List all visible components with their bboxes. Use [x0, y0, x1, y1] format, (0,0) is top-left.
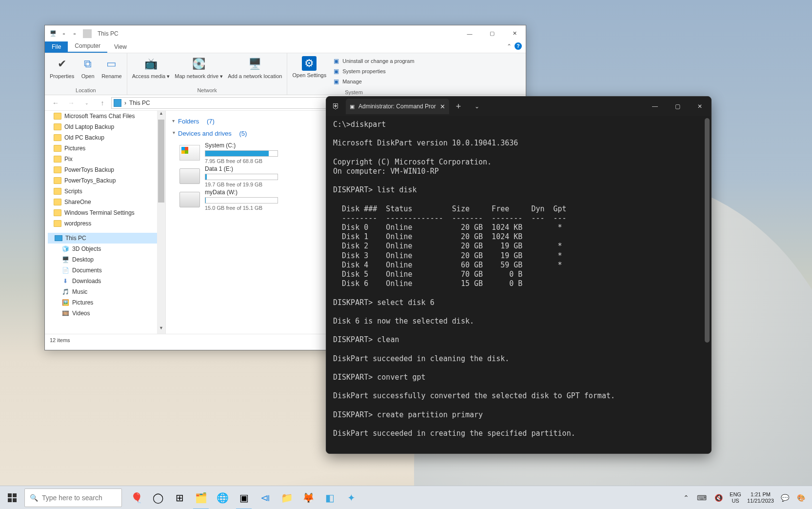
drive-icon	[179, 145, 200, 161]
tray-clock[interactable]: 1:21 PM11/21/2023	[744, 491, 777, 504]
system-properties-button[interactable]: ▣System properties	[332, 66, 414, 76]
tab-file[interactable]: File	[45, 41, 68, 53]
navpane-item[interactable]: 🖼️Pictures	[45, 297, 165, 308]
navigation-pane[interactable]: Microsoft Teams Chat FilesOld Laptop Bac…	[45, 111, 166, 334]
maximize-button[interactable]: ▢	[481, 25, 503, 41]
navpane-item[interactable]: wordpress	[45, 218, 165, 229]
taskbar-app2-icon[interactable]: ✦	[340, 486, 362, 509]
back-button[interactable]: ←	[49, 97, 62, 109]
taskbar-files-icon[interactable]: 📁	[276, 486, 297, 509]
tab-dropdown-icon[interactable]: ⌄	[468, 103, 486, 110]
terminal-tab[interactable]: ▣ Administrator: Command Pror ✕	[346, 99, 449, 114]
taskbar-edge-icon[interactable]: 🌐	[212, 486, 233, 509]
navpane-item[interactable]: 📄Documents	[45, 265, 165, 276]
navpane-item[interactable]: 🧊3D Objects	[45, 244, 165, 254]
add-network-button[interactable]: 🖥️Add a network location	[226, 55, 284, 81]
access-media-button[interactable]: 📺Access media ▾	[130, 55, 172, 81]
tray-app-icon[interactable]: 🎨	[793, 494, 809, 502]
navpane-item[interactable]: ShareOne	[45, 197, 165, 207]
library-icon: 🎵	[61, 288, 69, 296]
manage-button[interactable]: ▣Manage	[332, 77, 414, 86]
open-button[interactable]: ⧉Open	[77, 55, 99, 81]
rename-button[interactable]: ▭Rename	[99, 55, 124, 81]
map-drive-button[interactable]: 💽Map network drive ▾	[173, 55, 225, 81]
minimize-button[interactable]: —	[458, 25, 481, 41]
news-icon[interactable]: 🎈	[126, 486, 147, 509]
taskbar-search[interactable]: 🔍 Type here to search	[24, 489, 122, 507]
folder-icon	[54, 209, 61, 216]
tab-close-icon[interactable]: ✕	[440, 103, 445, 110]
taskbar-firefox-icon[interactable]: 🦊	[297, 486, 319, 509]
navpane-this-pc[interactable]: This PC	[48, 233, 162, 244]
shield-icon: ⛨	[326, 102, 346, 111]
terminal-titlebar[interactable]: ⛨ ▣ Administrator: Command Pror ✕ + ⌄ — …	[326, 97, 711, 116]
help-icon[interactable]: ?	[515, 42, 522, 50]
tray-keyboard-icon[interactable]: ⌨	[693, 494, 711, 502]
maximize-button[interactable]: ▢	[666, 97, 689, 116]
navpane-item[interactable]: Old PC Backup	[45, 132, 165, 143]
tray-notification-icon[interactable]: 💬	[777, 494, 793, 502]
navpane-item[interactable]: Pix	[45, 154, 165, 164]
navpane-scrollbar[interactable]: ▲ ▼	[157, 111, 165, 334]
cortana-icon[interactable]: ◯	[147, 486, 169, 509]
open-settings-button[interactable]: ⚙Open Settings	[290, 55, 328, 80]
chevron-down-icon: ▴	[173, 131, 175, 136]
library-icon: 🖥️	[61, 256, 69, 264]
taskbar-app1-icon[interactable]: ◧	[319, 486, 340, 509]
close-button[interactable]: ✕	[503, 25, 526, 41]
drive-usage-bar	[205, 174, 278, 180]
library-icon: 🎞️	[61, 309, 69, 317]
navpane-item[interactable]: 🎵Music	[45, 286, 165, 297]
search-icon: 🔍	[30, 494, 38, 502]
minimize-button[interactable]: —	[644, 97, 666, 116]
qa-save-icon[interactable]: ▫	[59, 29, 68, 38]
up-button[interactable]: ↑	[96, 97, 109, 109]
navpane-item[interactable]: Microsoft Teams Chat Files	[45, 111, 165, 122]
taskbar-vscode-icon[interactable]: ⧏	[255, 486, 276, 509]
ribbon-collapse-icon[interactable]: ⌃	[507, 43, 512, 50]
folder-icon	[54, 156, 61, 163]
terminal-output[interactable]: C:\>diskpart Microsoft DiskPart version …	[333, 120, 702, 448]
properties-button[interactable]: ✔︎Properties	[48, 55, 76, 81]
library-icon: ⬇	[61, 277, 69, 285]
drive-name: myData (W:)	[205, 189, 278, 196]
new-tab-button[interactable]: +	[449, 102, 468, 112]
cmd-icon: ▣	[350, 103, 355, 110]
start-button[interactable]	[0, 486, 24, 509]
group-location-label: Location	[45, 87, 127, 95]
tab-view[interactable]: View	[107, 41, 134, 53]
ribbon-tabs: File Computer View ⌃ ?	[45, 41, 526, 53]
recent-dropdown[interactable]: ⌄	[80, 97, 94, 109]
forward-button[interactable]: →	[64, 97, 78, 109]
navpane-item[interactable]: ⬇Downloads	[45, 276, 165, 286]
tray-language[interactable]: ENGUS	[727, 491, 744, 504]
navpane-item[interactable]: PowerToys Backup	[45, 164, 165, 175]
close-button[interactable]: ✕	[689, 97, 711, 116]
drive-icon	[179, 168, 200, 184]
pc-icon: 🖥️	[49, 29, 58, 38]
navpane-item[interactable]: Windows Terminal Settings	[45, 207, 165, 218]
navpane-item[interactable]: 🖥️Desktop	[45, 254, 165, 265]
navpane-item[interactable]: 🎞️Videos	[45, 308, 165, 319]
navpane-item[interactable]: Pictures	[45, 143, 165, 154]
breadcrumb[interactable]: This PC	[129, 100, 150, 106]
navpane-item[interactable]: PowerToys_Backup	[45, 175, 165, 186]
library-icon: 📄	[61, 266, 69, 274]
taskbar-explorer-icon[interactable]: 🗂️	[190, 486, 212, 509]
folder-icon	[54, 199, 61, 205]
group-network-label: Network	[127, 87, 287, 95]
qa-props-icon[interactable]: ▫	[70, 29, 79, 38]
chevron-right-icon: ▸	[171, 120, 177, 122]
navpane-item[interactable]: Scripts	[45, 186, 165, 197]
tray-volume-icon[interactable]: 🔇	[711, 494, 727, 502]
navpane-item[interactable]: Old Laptop Backup	[45, 122, 165, 132]
taskview-icon[interactable]: ⊞	[169, 486, 190, 509]
taskbar-terminal-icon[interactable]: ▣	[233, 486, 255, 509]
uninstall-button[interactable]: ▣Uninstall or change a program	[332, 56, 414, 66]
tab-computer[interactable]: Computer	[68, 41, 107, 53]
drive-usage-bar	[205, 150, 278, 157]
drive-name: Data 1 (E:)	[205, 165, 278, 172]
terminal-scrollbar[interactable]	[705, 118, 710, 343]
explorer-titlebar[interactable]: 🖥️ ▫ ▫ This PC — ▢ ✕	[45, 25, 526, 41]
tray-chevron-icon[interactable]: ⌃	[679, 494, 693, 502]
